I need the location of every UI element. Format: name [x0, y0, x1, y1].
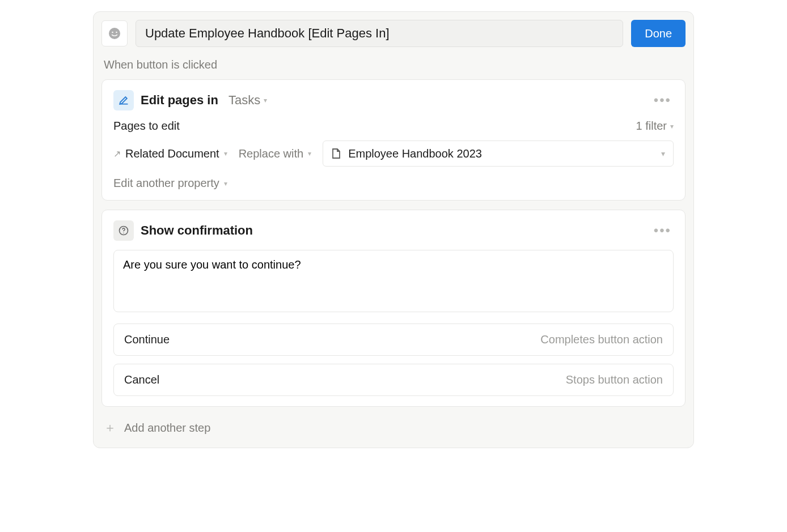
step-show-confirmation: Show confirmation ••• Continue Completes…: [101, 210, 686, 407]
step-title: Show confirmation: [141, 223, 253, 238]
automation-title-input[interactable]: [136, 20, 623, 47]
chevron-down-icon: ▾: [224, 150, 227, 158]
add-step-label: Add another step: [124, 422, 210, 435]
confirm-option-cancel[interactable]: Cancel Stops button action: [113, 364, 674, 396]
svg-point-2: [116, 32, 117, 33]
value-select[interactable]: Employee Handbook 2023 ▾: [323, 141, 674, 167]
document-icon: [331, 148, 341, 159]
action-label: Replace with: [239, 147, 304, 160]
confirmation-message-input[interactable]: [113, 250, 674, 312]
option-hint: Stops button action: [566, 373, 663, 386]
svg-point-1: [112, 32, 113, 33]
emoji-picker-button[interactable]: [101, 20, 128, 46]
option-label: Continue: [124, 333, 170, 346]
question-icon: [113, 220, 134, 241]
property-edit-row: ↗ Related Document ▾ Replace with ▾ Empl…: [113, 141, 674, 167]
chevron-down-icon: ▾: [308, 150, 311, 158]
filter-count-label: 1 filter: [636, 120, 667, 133]
confirm-option-continue[interactable]: Continue Completes button action: [113, 324, 674, 356]
step-source-label: Tasks: [229, 93, 260, 108]
chevron-down-icon: ▾: [661, 149, 665, 158]
step-source-select[interactable]: Tasks ▾: [229, 93, 267, 108]
done-button[interactable]: Done: [631, 20, 686, 47]
action-select[interactable]: Replace with ▾: [239, 147, 312, 160]
step-header: Show confirmation •••: [113, 220, 674, 241]
property-select[interactable]: ↗ Related Document ▾: [113, 147, 227, 160]
step-more-button[interactable]: •••: [651, 220, 674, 241]
step-more-button[interactable]: •••: [651, 90, 674, 110]
step-title: Edit pages in: [141, 93, 218, 108]
trigger-label: When button is clicked: [104, 58, 686, 71]
pages-to-edit-row: Pages to edit 1 filter ▾: [113, 120, 674, 133]
edit-icon: [113, 90, 134, 110]
value-text: Employee Handbook 2023: [348, 147, 654, 160]
chevron-down-icon: ▾: [670, 122, 674, 130]
add-another-step-button[interactable]: ＋ Add another step: [101, 416, 686, 440]
svg-point-4: [123, 232, 124, 233]
header-row: Done: [101, 20, 686, 47]
edit-another-property-button[interactable]: Edit another property ▾: [113, 177, 227, 190]
chevron-down-icon: ▾: [224, 180, 227, 188]
filter-select[interactable]: 1 filter ▾: [636, 120, 674, 133]
option-hint: Completes button action: [540, 333, 663, 346]
step-header: Edit pages in Tasks ▾ •••: [113, 90, 674, 110]
pages-to-edit-label: Pages to edit: [113, 120, 180, 133]
smiley-icon: [108, 27, 121, 40]
automation-editor: Done When button is clicked Edit pages i…: [93, 11, 694, 448]
property-name: Related Document: [125, 147, 219, 160]
step-edit-pages: Edit pages in Tasks ▾ ••• Pages to edit …: [101, 79, 686, 201]
plus-icon: ＋: [104, 419, 116, 436]
svg-point-0: [109, 28, 120, 39]
edit-another-label: Edit another property: [113, 177, 219, 190]
relation-arrow-icon: ↗: [113, 148, 121, 159]
chevron-down-icon: ▾: [264, 96, 267, 104]
option-label: Cancel: [124, 373, 159, 386]
